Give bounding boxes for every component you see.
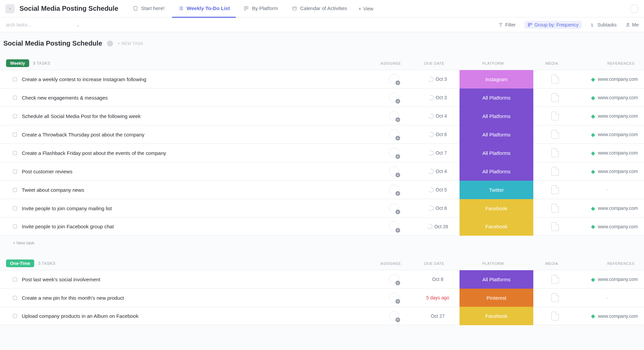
task-row[interactable]: Create a new pin for this month's new pr… [0, 288, 644, 307]
media-cell[interactable] [533, 70, 577, 89]
col-platform[interactable]: PLATFORM [456, 61, 530, 65]
assignee-cell[interactable] [372, 199, 416, 218]
status-checkbox[interactable] [13, 206, 17, 211]
task-title[interactable]: Create a Throwback Thursday post about t… [22, 132, 145, 137]
col-assignee[interactable]: ASSIGNEE [369, 61, 413, 65]
status-checkbox[interactable] [13, 296, 17, 300]
status-checkbox[interactable] [13, 77, 17, 81]
media-cell[interactable] [533, 107, 577, 125]
media-icon[interactable] [551, 93, 559, 102]
assign-icon[interactable] [389, 166, 399, 176]
assign-icon[interactable] [389, 74, 399, 84]
platform-cell[interactable]: Pinterest [460, 289, 533, 307]
task-row[interactable]: Post customer reviewsOct 4All Platforms◆… [0, 162, 644, 180]
platform-badge[interactable]: Facebook [460, 199, 533, 218]
assignee-cell[interactable] [372, 107, 416, 125]
me-button[interactable]: Me [626, 22, 639, 27]
platform-cell[interactable]: Facebook [460, 307, 533, 325]
col-due-date[interactable]: DUE DATE [413, 61, 456, 65]
due-date-cell[interactable]: Oct 3 [416, 70, 460, 89]
media-cell[interactable] [533, 89, 577, 107]
task-row[interactable]: Tweet about company newsOct 5Twitter- [0, 180, 644, 199]
assignee-cell[interactable] [372, 270, 416, 289]
reference-link[interactable]: ◆www.company.com [591, 276, 638, 283]
media-cell[interactable] [533, 162, 577, 181]
assignee-cell[interactable] [372, 217, 416, 236]
references-cell[interactable]: ◆www.company.com [577, 217, 644, 236]
due-date-cell[interactable]: Oct 27 [416, 307, 460, 325]
platform-cell[interactable]: All Platforms [460, 107, 533, 125]
assign-icon[interactable] [389, 293, 399, 303]
platform-cell[interactable]: Facebook [460, 199, 533, 218]
task-row[interactable]: Invite people to join company mailing li… [0, 199, 644, 217]
media-cell[interactable] [533, 144, 577, 162]
page-title[interactable]: Social Media Posting Schedule [3, 40, 102, 47]
due-date-cell[interactable]: Oct 8 [416, 199, 460, 218]
assignee-cell[interactable] [372, 89, 416, 107]
platform-badge[interactable]: All Platforms [460, 162, 533, 181]
status-checkbox[interactable] [13, 114, 17, 118]
platform-cell[interactable]: All Platforms [460, 89, 533, 107]
platform-badge[interactable]: Facebook [460, 217, 533, 236]
task-title[interactable]: Post last week's social involvement [22, 277, 100, 282]
reference-link[interactable]: ◆www.company.com [591, 313, 638, 319]
due-date-cell[interactable]: Oct 3 [416, 89, 460, 107]
subtasks-button[interactable]: Subtasks [591, 22, 617, 27]
assignee-cell[interactable] [372, 70, 416, 89]
media-cell[interactable] [533, 270, 577, 289]
due-date-cell[interactable]: Oct 4 [416, 107, 460, 125]
status-checkbox[interactable] [13, 132, 17, 137]
reference-link[interactable]: ◆www.company.com [591, 168, 638, 175]
platform-cell[interactable]: Facebook [460, 217, 533, 236]
media-icon[interactable] [551, 275, 559, 284]
workspace-title[interactable]: Social Media Posting Schedule [19, 5, 118, 12]
col-assignee[interactable]: ASSIGNEE [369, 261, 413, 266]
status-checkbox[interactable] [13, 96, 17, 100]
task-row[interactable]: Create a Throwback Thursday post about t… [0, 125, 644, 143]
task-row[interactable]: Post last week's social involvementOct 8… [0, 270, 644, 288]
assign-icon[interactable] [389, 129, 399, 139]
references-cell[interactable]: ◆www.company.com [577, 144, 644, 162]
tab-by-platform[interactable]: By Platform [237, 0, 284, 18]
media-cell[interactable] [533, 181, 577, 199]
platform-cell[interactable]: Twitter [460, 181, 533, 199]
group-pill[interactable]: One-Time [6, 259, 34, 267]
platform-badge[interactable]: All Platforms [460, 107, 533, 125]
references-cell[interactable]: - [577, 181, 644, 199]
platform-cell[interactable]: All Platforms [460, 162, 533, 181]
tab-weekly-to-do-list[interactable]: Weekly To-Do List [172, 0, 236, 18]
reference-empty[interactable]: - [577, 295, 638, 300]
assign-icon[interactable] [389, 185, 399, 195]
media-icon[interactable] [551, 149, 559, 157]
due-date-cell[interactable]: Oct 6 [416, 125, 460, 144]
assignee-cell[interactable] [372, 144, 416, 162]
media-cell[interactable] [533, 125, 577, 144]
status-checkbox[interactable] [13, 224, 17, 229]
media-icon[interactable] [551, 293, 559, 302]
media-icon[interactable] [551, 75, 559, 83]
filter-button[interactable]: Filter [498, 22, 516, 27]
reference-link[interactable]: ◆www.company.com [591, 113, 638, 119]
references-cell[interactable]: ◆www.company.com [577, 199, 644, 218]
task-title[interactable]: Check new engagements & messages [22, 95, 108, 101]
reference-link[interactable]: ◆www.company.com [591, 95, 638, 101]
platform-badge[interactable]: Twitter [460, 181, 533, 199]
task-title[interactable]: Tweet about company news [22, 187, 84, 193]
platform-badge[interactable]: All Platforms [460, 144, 533, 162]
reference-link[interactable]: ◆www.company.com [591, 131, 638, 138]
task-row[interactable]: Invite people to join Facebook group cha… [0, 217, 644, 236]
media-cell[interactable] [533, 289, 577, 307]
assign-icon[interactable] [389, 111, 399, 121]
reference-link[interactable]: ◆www.company.com [591, 76, 638, 82]
platform-cell[interactable]: All Platforms [460, 270, 533, 289]
due-date-cell[interactable]: Oct 28 [416, 217, 460, 236]
task-row[interactable]: Check new engagements & messagesOct 3All… [0, 88, 644, 107]
assign-icon[interactable] [389, 274, 399, 284]
col-media[interactable]: MEDIA [530, 261, 574, 266]
assignee-cell[interactable] [372, 125, 416, 144]
chevron-down-icon[interactable]: ⌄ [76, 22, 80, 27]
reference-empty[interactable]: - [577, 187, 638, 192]
assignee-cell[interactable] [372, 181, 416, 199]
due-date-cell[interactable]: Oct 5 [416, 181, 460, 199]
search-box[interactable] [5, 22, 56, 28]
